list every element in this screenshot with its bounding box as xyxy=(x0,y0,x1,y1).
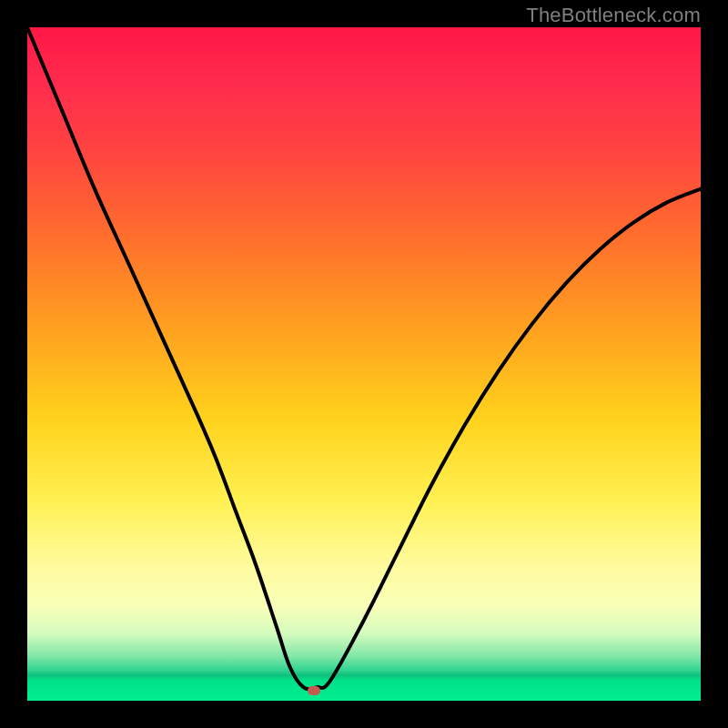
chart-frame: TheBottleneck.com xyxy=(0,0,728,728)
plot-area xyxy=(27,27,701,701)
watermark-text: TheBottleneck.com xyxy=(526,4,701,27)
minimum-marker xyxy=(308,686,320,695)
bottleneck-curve xyxy=(27,27,701,701)
